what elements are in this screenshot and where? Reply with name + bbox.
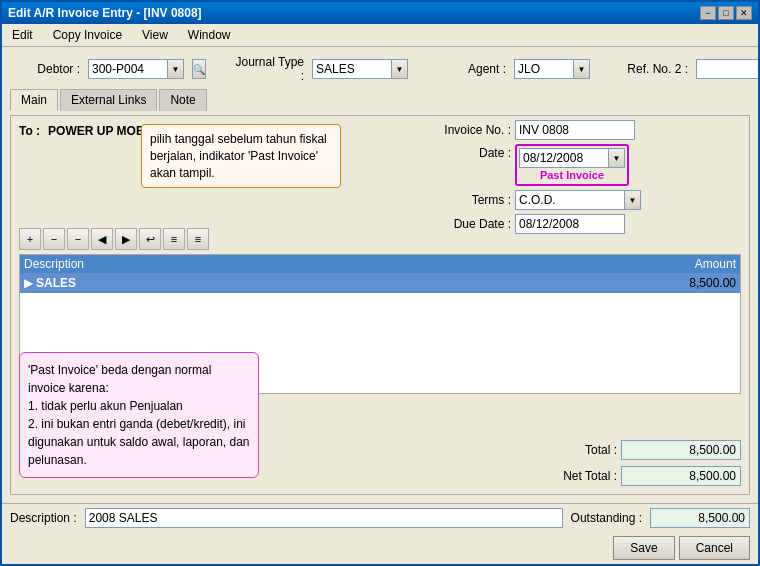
callout2-text: 'Past Invoice' beda dengan normal invoic… (28, 363, 250, 467)
net-total-value (621, 466, 741, 486)
journal-select-wrapper: ▼ (312, 59, 408, 79)
total-label: Total : (537, 443, 617, 457)
grid-header: Description Amount (20, 255, 740, 273)
date-field-wrapper: ▼ Past Invoice (515, 144, 629, 186)
refno-input[interactable] (696, 59, 758, 79)
invno-input[interactable] (515, 120, 635, 140)
terms-input[interactable] (515, 190, 625, 210)
date-label: Date : (421, 146, 511, 160)
menu-window[interactable]: Window (182, 26, 237, 44)
outstanding-value (650, 508, 750, 528)
outstanding-label: Outstanding : (571, 511, 642, 525)
tab-main[interactable]: Main (10, 89, 58, 111)
total-row: Total : (461, 440, 741, 460)
agent-select-wrapper: ▼ (514, 59, 590, 79)
main-window: Edit A/R Invoice Entry - [INV 0808] − □ … (0, 0, 760, 566)
refno-label: Ref. No. 2 : (618, 62, 688, 76)
tab-note[interactable]: Note (159, 89, 206, 111)
debtor-row: Debtor : ▼ 🔍 Journal Type : ▼ Agent : ▼ … (10, 55, 750, 83)
date-section: Date : ▼ Past Invoice (421, 144, 741, 186)
row-amount: 8,500.00 (616, 276, 736, 290)
bottom-bar: Description : Outstanding : (2, 503, 758, 532)
debtor-label: Debtor : (10, 62, 80, 76)
invno-row: Invoice No. : (421, 120, 741, 140)
description-input[interactable] (85, 508, 563, 528)
date-dropdown-btn[interactable]: ▼ (609, 148, 625, 168)
debtor-input[interactable] (88, 59, 168, 79)
menu-copy-invoice[interactable]: Copy Invoice (47, 26, 128, 44)
col-description: Description (24, 257, 616, 271)
col-amount: Amount (616, 257, 736, 271)
minimize-button[interactable]: − (700, 6, 716, 20)
title-bar-buttons: − □ ✕ (700, 6, 752, 20)
window-title: Edit A/R Invoice Entry - [INV 0808] (8, 6, 202, 20)
date-input[interactable] (519, 148, 609, 168)
net-total-label: Net Total : (537, 469, 617, 483)
journal-label: Journal Type : (234, 55, 304, 83)
add-btn[interactable]: + (19, 228, 41, 250)
callout1-text: pilih tanggal sebelum tahun fiskal berja… (150, 132, 327, 180)
tab-external[interactable]: External Links (60, 89, 157, 111)
to-label: To : (19, 124, 40, 138)
undo-btn[interactable]: ↩ (139, 228, 161, 250)
row-arrow-icon: ▶ (24, 276, 36, 290)
tab-content-main: To : POWER UP MOBILE SOLUTION pilih tang… (10, 115, 750, 495)
prev-btn[interactable]: ◀ (91, 228, 113, 250)
past-invoice-label: Past Invoice (519, 168, 625, 182)
list2-btn[interactable]: ≡ (187, 228, 209, 250)
list1-btn[interactable]: ≡ (163, 228, 185, 250)
invno-label: Invoice No. : (421, 123, 511, 137)
callout-past-invoice-hint: pilih tanggal sebelum tahun fiskal berja… (141, 124, 341, 188)
desc-label: Description : (10, 511, 77, 525)
close-button[interactable]: ✕ (736, 6, 752, 20)
terms-row: Terms : ▼ (421, 190, 741, 210)
callout-past-diff: 'Past Invoice' beda dengan normal invoic… (19, 352, 259, 478)
table-row[interactable]: ▶ SALES 8,500.00 (20, 273, 740, 293)
terms-label: Terms : (421, 193, 511, 207)
search-icon: 🔍 (193, 64, 205, 75)
totals-panel: Total : Net Total : (461, 440, 741, 486)
minus-btn[interactable]: − (43, 228, 65, 250)
title-bar: Edit A/R Invoice Entry - [INV 0808] − □ … (2, 2, 758, 24)
minus2-btn[interactable]: − (67, 228, 89, 250)
terms-dropdown-btn[interactable]: ▼ (625, 190, 641, 210)
duedate-row: Due Date : (421, 214, 741, 234)
terms-select-wrapper: ▼ (515, 190, 641, 210)
menu-view[interactable]: View (136, 26, 174, 44)
main-content: Debtor : ▼ 🔍 Journal Type : ▼ Agent : ▼ … (2, 47, 758, 503)
menu-edit[interactable]: Edit (6, 26, 39, 44)
right-panel: Invoice No. : Date : ▼ Past Invoice (421, 120, 741, 238)
maximize-button[interactable]: □ (718, 6, 734, 20)
next-btn[interactable]: ▶ (115, 228, 137, 250)
agent-label: Agent : (436, 62, 506, 76)
cancel-button[interactable]: Cancel (679, 536, 750, 560)
debtor-dropdown-btn[interactable]: ▼ (168, 59, 184, 79)
journal-input[interactable] (312, 59, 392, 79)
debtor-select-wrapper: ▼ (88, 59, 184, 79)
action-buttons: Save Cancel (2, 532, 758, 564)
duedate-input[interactable] (515, 214, 625, 234)
tabs-row: Main External Links Note (10, 89, 750, 111)
net-total-row: Net Total : (461, 466, 741, 486)
duedate-label: Due Date : (421, 217, 511, 231)
menu-bar: Edit Copy Invoice View Window (2, 24, 758, 47)
save-button[interactable]: Save (613, 536, 674, 560)
agent-input[interactable] (514, 59, 574, 79)
row-description: SALES (36, 276, 616, 290)
total-value (621, 440, 741, 460)
journal-dropdown-btn[interactable]: ▼ (392, 59, 408, 79)
agent-dropdown-btn[interactable]: ▼ (574, 59, 590, 79)
debtor-search-btn[interactable]: 🔍 (192, 59, 206, 79)
date-row: ▼ (519, 148, 625, 168)
